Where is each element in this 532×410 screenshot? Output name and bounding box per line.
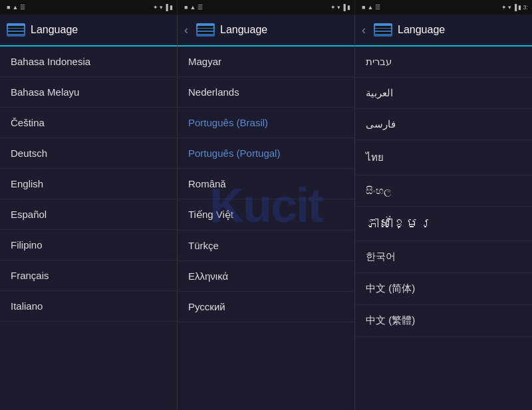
- list-item[interactable]: Čeština: [0, 108, 177, 138]
- notification-icon-3: ☰: [20, 4, 25, 11]
- wifi-icon-1: ▾: [160, 4, 163, 11]
- wifi-icon-2: ▾: [337, 4, 340, 11]
- panel-1-header: Language: [0, 15, 177, 47]
- panel-2-header: ‹ Language: [178, 15, 354, 47]
- notification-icon-8: ▲: [367, 4, 373, 11]
- list-item[interactable]: Bahasa Indonesia: [0, 47, 177, 77]
- panel-1: Language Bahasa Indonesia Bahasa Melayu …: [0, 15, 178, 410]
- panels-container: Language Bahasa Indonesia Bahasa Melayu …: [0, 15, 532, 410]
- notification-icon-2: ▲: [12, 4, 18, 11]
- list-item[interactable]: 中文 (简体): [355, 273, 532, 305]
- bluetooth-icon-1: ✦: [153, 4, 158, 11]
- list-item[interactable]: Română: [178, 169, 354, 199]
- list-item[interactable]: Français: [0, 260, 177, 291]
- status-bar-2: ■ ▲ ☰ ✦ ▾ ▐ ▮: [178, 0, 355, 15]
- notification-icon-4: ■: [184, 4, 188, 11]
- list-item[interactable]: Español: [0, 199, 177, 230]
- status-bar-3: ■ ▲ ☰ ✦ ▾ ▐ ▮ 3:: [355, 0, 532, 15]
- list-item[interactable]: Русский: [178, 292, 354, 322]
- list-item[interactable]: فارسی: [355, 109, 532, 140]
- list-item[interactable]: Ελληνικά: [178, 261, 354, 292]
- bluetooth-icon-3: ✦: [501, 4, 507, 11]
- back-chevron-2[interactable]: ‹: [184, 23, 188, 37]
- list-item[interactable]: Português (Brasil): [178, 108, 354, 138]
- panel-3: ‹ Language עברית العربية فارسی ไทย සිංහල…: [355, 15, 532, 410]
- list-item[interactable]: සිංහල: [355, 175, 532, 207]
- back-chevron-3[interactable]: ‹: [362, 23, 366, 37]
- list-item[interactable]: Nederlands: [178, 77, 354, 108]
- signal-icon-2: ▐: [342, 4, 346, 11]
- keyboard-icon-1: [7, 23, 25, 37]
- list-item[interactable]: Türkçe: [178, 231, 354, 261]
- list-item[interactable]: Italiano: [0, 291, 177, 322]
- signal-icon-1: ▐: [164, 4, 168, 11]
- bluetooth-icon-2: ✦: [331, 4, 336, 11]
- panel-2: ‹ Language Magyar Nederlands Português (…: [178, 15, 355, 410]
- list-item[interactable]: 中文 (繁體): [355, 305, 532, 337]
- panel-2-list: Magyar Nederlands Português (Brasil) Por…: [178, 47, 354, 410]
- battery-icon-1: ▮: [170, 4, 173, 11]
- list-item[interactable]: English: [0, 169, 177, 199]
- panel-1-title: Language: [31, 24, 78, 36]
- panel-3-title: Language: [398, 24, 445, 36]
- signal-icon-3: ▐: [513, 4, 517, 11]
- list-item[interactable]: Português (Portugal): [178, 138, 354, 169]
- status-bar-1: ■ ▲ ☰ ✦ ▾ ▐ ▮: [0, 0, 178, 15]
- notification-icon-9: ☰: [375, 4, 380, 11]
- keyboard-icon-2: [196, 23, 215, 37]
- panel-3-list: עברית العربية فارسی ไทย සිංහල ភាសាខ្មែរ …: [355, 47, 532, 410]
- panel-3-header: ‹ Language: [355, 15, 532, 47]
- list-item[interactable]: Magyar: [178, 47, 354, 77]
- list-item[interactable]: Filipino: [0, 230, 177, 260]
- battery-icon-3: ▮: [518, 4, 521, 11]
- list-item[interactable]: עברית: [355, 47, 532, 78]
- status-bars: ■ ▲ ☰ ✦ ▾ ▐ ▮ ■ ▲ ☰ ✦ ▾ ▐ ▮ ■ ▲ ☰ ✦: [0, 0, 532, 15]
- notification-icon-6: ☰: [198, 4, 203, 11]
- panel-2-title: Language: [220, 24, 267, 36]
- list-item[interactable]: العربية: [355, 78, 532, 109]
- notification-icon-5: ▲: [190, 4, 196, 11]
- battery-icon-2: ▮: [347, 4, 350, 11]
- wifi-icon-3: ▾: [508, 4, 511, 11]
- list-item[interactable]: Deutsch: [0, 138, 177, 169]
- keyboard-icon-3: [374, 23, 392, 37]
- panel-1-list: Bahasa Indonesia Bahasa Melayu Čeština D…: [0, 47, 177, 410]
- list-item[interactable]: 한국어: [355, 241, 532, 273]
- list-item[interactable]: ភាសាខ្មែរ: [355, 207, 532, 241]
- notification-icon-7: ■: [362, 4, 365, 11]
- time-display: 3:: [523, 4, 528, 11]
- notification-icon-1: ■: [7, 4, 10, 11]
- list-item[interactable]: Bahasa Melayu: [0, 77, 177, 108]
- list-item[interactable]: ไทย: [355, 140, 532, 175]
- list-item[interactable]: Tiếng Việt: [178, 199, 354, 231]
